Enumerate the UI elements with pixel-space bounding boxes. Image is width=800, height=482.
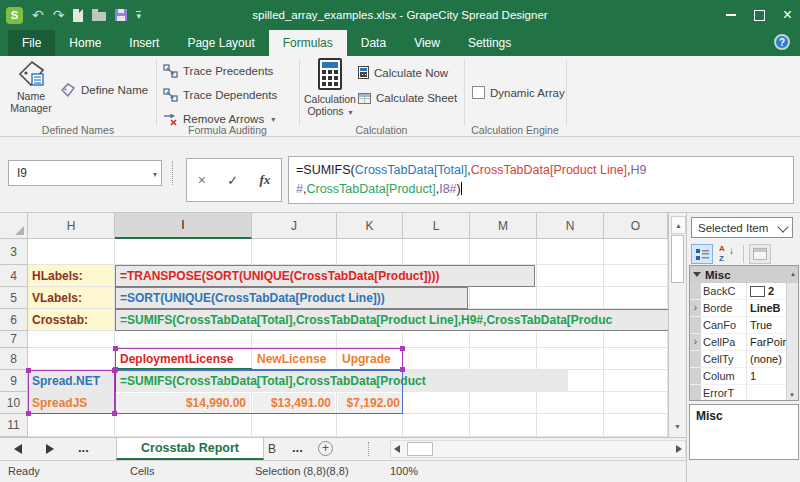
cell-H10[interactable]: SpreadJS — [29, 392, 115, 414]
grid-cell[interactable] — [115, 239, 252, 265]
row-header-9[interactable]: 9 — [0, 370, 28, 392]
tab-settings[interactable]: Settings — [454, 30, 525, 56]
grid-cell[interactable] — [604, 287, 668, 309]
expand-icon[interactable]: › — [690, 334, 701, 350]
undo-icon[interactable]: ↶ — [32, 8, 44, 22]
scroll-down-icon[interactable]: ▼ — [789, 392, 795, 398]
grid-cell[interactable] — [537, 414, 604, 437]
grid-cell[interactable] — [470, 287, 537, 309]
row-header-3[interactable]: 3 — [0, 239, 28, 265]
cell-J10[interactable]: $13,491.00 — [253, 393, 335, 413]
sheet-tabs-overflow-right[interactable]: ... — [292, 440, 303, 455]
grid-cell[interactable] — [537, 287, 604, 309]
horizontal-scrollbar[interactable] — [390, 440, 686, 458]
grid-cell[interactable] — [470, 392, 537, 414]
grid-cell[interactable] — [337, 239, 403, 265]
minimize-button[interactable] — [726, 14, 736, 16]
grid-cell[interactable] — [403, 392, 470, 414]
grid-cell[interactable] — [337, 331, 403, 348]
vertical-scrollbar-thumb[interactable] — [671, 235, 684, 283]
grid-cell[interactable] — [470, 414, 537, 437]
grid-cell[interactable] — [604, 370, 668, 392]
row-header-7[interactable]: 7 — [0, 331, 28, 348]
sheet-nav-prev-icon[interactable] — [14, 444, 22, 454]
row-header-11[interactable]: 11 — [0, 414, 28, 437]
grid-cell[interactable] — [403, 239, 470, 265]
grid-cell[interactable] — [604, 239, 668, 265]
grid-cell[interactable] — [115, 331, 252, 348]
cell-H9[interactable]: Spread.NET — [29, 370, 115, 392]
grid-cell[interactable] — [28, 414, 115, 437]
vertical-scrollbar[interactable]: ▲ ▼ — [668, 213, 686, 437]
expand-icon[interactable]: › — [690, 300, 701, 316]
cell-I9-editing-formula[interactable]: =SUMIFS(CrossTabData[Total],CrossTabData… — [116, 370, 568, 392]
property-row[interactable]: ›CellPaFarPoin — [690, 334, 798, 351]
column-header-O[interactable]: O — [604, 213, 668, 239]
grid-cell[interactable] — [337, 414, 403, 437]
column-header-M[interactable]: M — [470, 213, 537, 239]
checkbox-icon[interactable] — [472, 86, 485, 99]
select-all-corner[interactable] — [0, 213, 28, 239]
tab-insert[interactable]: Insert — [115, 30, 173, 56]
cell-I8[interactable]: DeploymentLicense — [117, 349, 250, 369]
column-header-H[interactable]: H — [28, 213, 115, 239]
qat-customize-chevron-icon[interactable]: ▾ — [136, 11, 141, 20]
row-header-5[interactable]: 5 — [0, 287, 28, 309]
property-row[interactable]: ErrorT — [690, 385, 798, 401]
sheet-tab-partial[interactable]: B — [268, 442, 276, 456]
grid-cell[interactable] — [403, 348, 470, 370]
new-document-icon[interactable] — [73, 9, 83, 22]
trace-precedents-button[interactable]: Trace Precedents — [163, 64, 273, 78]
selected-item-dropdown[interactable]: Selected Item — [691, 217, 793, 238]
sheet-nav-next-icon[interactable] — [46, 444, 54, 454]
grid-cell[interactable] — [537, 265, 604, 287]
redo-icon[interactable]: ↷ — [53, 8, 65, 22]
property-grid-scrollbar[interactable]: ▼ — [786, 283, 798, 400]
property-pages-button[interactable] — [749, 244, 771, 264]
name-box[interactable]: I9 ▾ — [8, 160, 162, 186]
row-header-8[interactable]: 8 — [0, 348, 28, 370]
cell-K10[interactable]: $7,192.00 — [338, 393, 402, 413]
formula-input[interactable]: =SUMIFS(CrossTabData[Total],CrossTabData… — [288, 156, 794, 204]
help-icon[interactable]: ? — [774, 34, 790, 50]
row-header-10[interactable]: 10 — [0, 392, 28, 414]
tab-data[interactable]: Data — [347, 30, 400, 56]
grid-cell[interactable] — [28, 239, 115, 265]
calculation-options-button[interactable]: Calculation Options ▾ — [303, 58, 357, 124]
calculate-sheet-button[interactable]: Calculate Sheet — [358, 92, 457, 104]
tab-page-layout[interactable]: Page Layout — [173, 30, 268, 56]
enter-formula-button[interactable]: ✓ — [227, 173, 238, 188]
grid-cell[interactable] — [604, 414, 668, 437]
scroll-right-icon[interactable] — [676, 445, 682, 453]
sheet-tabs-overflow-left[interactable]: ... — [78, 440, 89, 455]
categorized-view-button[interactable] — [691, 244, 713, 264]
horizontal-scrollbar-thumb[interactable] — [407, 442, 433, 456]
grid-cell[interactable] — [115, 414, 252, 437]
property-row[interactable]: CellTy(none) — [690, 351, 798, 368]
status-zoom[interactable]: 100% — [390, 465, 418, 477]
scroll-left-icon[interactable] — [394, 445, 400, 453]
grid-cell[interactable] — [470, 331, 537, 348]
cell-K8[interactable]: Upgrade — [339, 349, 401, 369]
column-header-K[interactable]: K — [337, 213, 403, 239]
open-file-icon[interactable] — [92, 12, 106, 21]
grid-cell[interactable] — [470, 239, 537, 265]
grid-cell[interactable] — [537, 331, 604, 348]
property-row[interactable]: BackC2 — [690, 283, 798, 300]
property-row[interactable]: ›BordeLineB — [690, 300, 798, 317]
grid-cell[interactable] — [604, 348, 668, 370]
property-row[interactable]: CanFoTrue — [690, 317, 798, 334]
grid-cell[interactable] — [403, 414, 470, 437]
grid-cell[interactable] — [252, 239, 337, 265]
column-header-L[interactable]: L — [403, 213, 470, 239]
grid-cell[interactable] — [252, 331, 337, 348]
scroll-up-icon[interactable]: ▲ — [671, 216, 686, 234]
cell-I6-formula[interactable]: =SUMIFS(CrossTabData[Total],CrossTabData… — [115, 309, 668, 331]
cell-J8[interactable]: NewLicense — [254, 349, 335, 369]
grid-cell[interactable] — [537, 392, 604, 414]
grid-cell[interactable] — [403, 331, 470, 348]
add-sheet-button[interactable]: + — [318, 441, 333, 456]
insert-function-button[interactable]: fx — [259, 172, 270, 188]
cell-H6[interactable]: Crosstab: — [28, 309, 115, 331]
name-manager-button[interactable]: Name Manager — [4, 58, 58, 124]
